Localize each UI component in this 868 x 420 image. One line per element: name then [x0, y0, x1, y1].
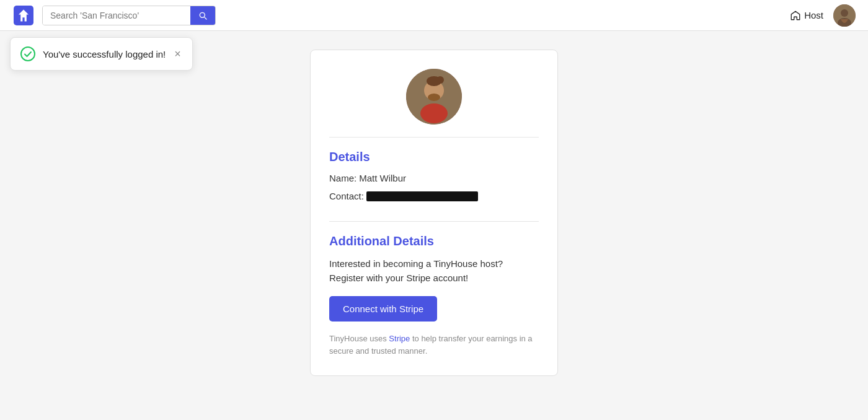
svg-point-2	[841, 9, 848, 17]
details-title: Details	[329, 150, 539, 164]
contact-redacted	[366, 191, 478, 201]
toast-close-button[interactable]: ×	[173, 48, 182, 59]
svg-point-7	[420, 103, 448, 123]
profile-card: Details Name: Matt Wilbur Contact: Addit…	[310, 50, 558, 376]
host-label: Host	[804, 10, 823, 20]
logo-icon[interactable]	[12, 4, 35, 27]
search-icon	[198, 11, 208, 20]
header-left	[12, 4, 216, 27]
toast-success-icon	[20, 46, 35, 61]
header: Host	[0, 0, 868, 31]
svg-point-9	[436, 76, 444, 84]
contact-row: Contact:	[329, 191, 539, 201]
host-link[interactable]: Host	[790, 10, 823, 21]
divider-top	[329, 137, 539, 138]
name-value: Matt Wilbur	[359, 173, 406, 183]
connect-stripe-button[interactable]: Connect with Stripe	[329, 296, 437, 322]
toast-message: You've successfully logged in!	[43, 49, 166, 59]
main-content: Details Name: Matt Wilbur Contact: Addit…	[0, 31, 868, 420]
stripe-footer: TinyHouse uses Stripe to help transfer y…	[329, 333, 539, 357]
stripe-link[interactable]: Stripe	[389, 334, 410, 343]
svg-point-10	[428, 94, 440, 101]
details-section: Details Name: Matt Wilbur Contact:	[329, 150, 539, 209]
name-label: Name:	[329, 173, 356, 183]
user-avatar-header[interactable]	[833, 4, 856, 27]
profile-avatar	[406, 69, 462, 125]
home-icon	[790, 10, 801, 21]
additional-title: Additional Details	[329, 234, 539, 248]
search-button[interactable]	[190, 6, 215, 25]
additional-desc: Interested in becoming a TinyHouse host?…	[329, 257, 539, 285]
name-row: Name: Matt Wilbur	[329, 173, 539, 183]
header-right: Host	[790, 4, 856, 27]
contact-label: Contact:	[329, 191, 364, 201]
search-bar[interactable]	[42, 6, 216, 25]
footer-text-before: TinyHouse uses	[329, 334, 389, 343]
svg-point-4	[21, 47, 35, 61]
divider-middle	[329, 221, 539, 222]
search-input[interactable]	[43, 6, 190, 25]
success-toast: You've successfully logged in! ×	[10, 37, 193, 71]
additional-details-section: Additional Details Interested in becomin…	[329, 234, 539, 357]
